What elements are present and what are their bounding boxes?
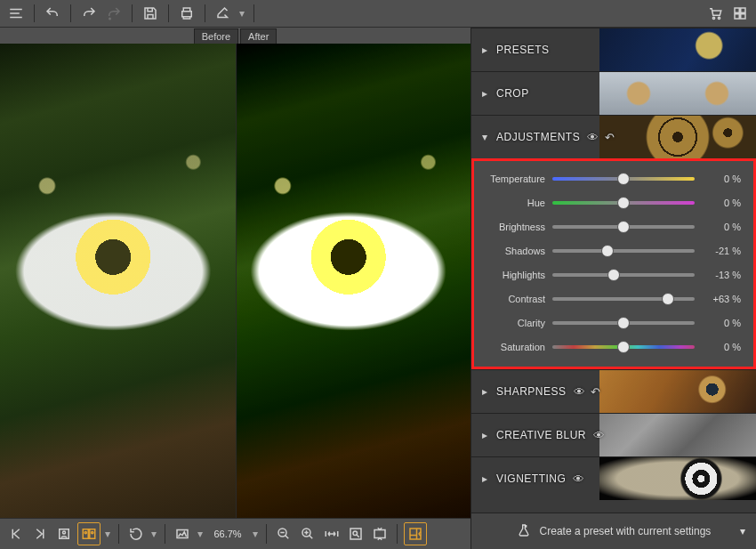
slider-thumb[interactable]	[617, 173, 630, 185]
panel-presets[interactable]: ▸ PRESETS	[471, 28, 756, 71]
first-image-icon[interactable]	[5, 523, 27, 545]
separator	[70, 4, 71, 22]
zoom-out-icon[interactable]	[273, 523, 294, 545]
panel-adjustments[interactable]: ▾ ADJUSTMENTS 👁 ↶	[471, 115, 756, 158]
slider-row: Brightness0 %	[479, 220, 741, 234]
split-divider[interactable]	[236, 44, 237, 518]
panel-title: CROP	[496, 87, 529, 100]
eye-icon[interactable]: 👁	[593, 429, 606, 442]
main-area: Before After ▾ ▾ ▾ 66.7%	[0, 28, 756, 549]
chevron-down-icon[interactable]: ▾	[740, 525, 745, 537]
chevron-right-icon: ▸	[480, 387, 489, 396]
zoom-in-icon[interactable]	[297, 523, 318, 545]
histogram-icon[interactable]	[172, 523, 193, 545]
slider-value[interactable]: 0 %	[702, 318, 741, 328]
before-tab[interactable]: Before	[194, 28, 238, 44]
menu-icon[interactable]	[5, 3, 27, 24]
slider-row: Temperature0 %	[479, 172, 741, 186]
separator	[34, 4, 35, 22]
create-preset-label: Create a preset with current settings	[540, 525, 712, 537]
slider-value[interactable]: 0 %	[702, 222, 741, 232]
app-root: ▾ Before After	[0, 0, 756, 549]
single-view-icon[interactable]	[53, 523, 75, 545]
share-dropdown-icon[interactable]: ▾	[237, 7, 246, 20]
undo-icon[interactable]	[42, 3, 63, 24]
chevron-right-icon: ▸	[480, 474, 489, 483]
panel-crop[interactable]: ▸ CROP	[471, 71, 756, 115]
slider-thumb[interactable]	[607, 269, 620, 281]
slider-thumb[interactable]	[617, 317, 630, 329]
slider-value[interactable]: -21 %	[702, 246, 741, 256]
slider-label: Clarity	[479, 318, 545, 328]
separator	[168, 4, 169, 22]
print-icon[interactable]	[176, 3, 197, 24]
slider-thumb[interactable]	[601, 245, 614, 257]
panel-thumbnail	[599, 370, 756, 413]
redo-icon[interactable]	[78, 3, 100, 24]
separator	[253, 4, 254, 22]
slider-track[interactable]	[552, 321, 695, 325]
slider-row: Contrast+63 %	[479, 292, 741, 306]
navigator-icon[interactable]	[404, 522, 427, 545]
eye-icon[interactable]: 👁	[573, 472, 585, 486]
after-tab[interactable]: After	[240, 28, 277, 44]
slider-row: Highlights-13 %	[479, 268, 741, 282]
view-dropdown-icon[interactable]: ▾	[103, 528, 112, 540]
slider-track[interactable]	[552, 273, 695, 277]
rotate-dropdown-icon[interactable]: ▾	[149, 528, 158, 540]
svg-point-2	[712, 17, 714, 19]
slider-value[interactable]: 0 %	[702, 342, 741, 352]
preview-header: Before After	[0, 28, 470, 44]
save-icon[interactable]	[140, 3, 161, 24]
compare-view-icon[interactable]	[77, 522, 101, 545]
panel-thumbnail	[599, 457, 756, 500]
slider-thumb[interactable]	[617, 221, 630, 233]
actual-size-icon[interactable]	[345, 523, 366, 545]
panel-title: CREATIVE BLUR	[496, 429, 586, 441]
next-image-icon[interactable]	[29, 523, 51, 545]
slider-track[interactable]	[552, 345, 695, 349]
panel-vignetting[interactable]: ▸ VIGNETTING 👁	[471, 456, 756, 500]
panel-title: VIGNETTING	[496, 472, 566, 485]
slider-value[interactable]: +63 %	[702, 294, 741, 304]
fit-width-icon[interactable]	[321, 523, 342, 545]
histogram-dropdown-icon[interactable]: ▾	[196, 528, 205, 540]
grid-view-icon[interactable]	[729, 3, 751, 24]
panel-sharpness[interactable]: ▸ SHARPNESS 👁 ↶	[471, 369, 756, 413]
eye-icon[interactable]: 👁	[574, 385, 586, 399]
slider-value[interactable]: 0 %	[702, 174, 741, 184]
slider-track[interactable]	[552, 249, 695, 253]
panel-title: PRESETS	[496, 44, 550, 56]
slider-track[interactable]	[552, 225, 695, 229]
slider-track[interactable]	[552, 201, 695, 205]
separator	[165, 524, 165, 544]
preview-pane: Before After ▾ ▾ ▾ 66.7%	[0, 28, 470, 549]
slider-thumb[interactable]	[617, 197, 630, 209]
svg-rect-17	[350, 529, 361, 539]
share-icon[interactable]	[213, 3, 234, 24]
reset-icon[interactable]: ↶	[605, 131, 615, 144]
accordion: ▸ PRESETS ▸ CROP ▾ ADJUSTMENTS 👁 ↶	[471, 28, 756, 513]
chevron-right-icon: ▸	[480, 89, 489, 98]
slider-track[interactable]	[552, 297, 695, 301]
slider-track[interactable]	[552, 177, 695, 181]
zoom-dropdown-icon[interactable]: ▾	[251, 528, 260, 540]
slider-label: Temperature	[479, 174, 545, 184]
zoom-readout[interactable]: 66.7%	[207, 529, 248, 539]
slider-thumb[interactable]	[617, 341, 630, 353]
create-preset-button[interactable]: Create a preset with current settings ▾	[471, 513, 756, 549]
svg-rect-7	[741, 14, 745, 19]
panel-creative-blur[interactable]: ▸ CREATIVE BLUR 👁	[471, 413, 756, 456]
slider-value[interactable]: -13 %	[702, 270, 741, 280]
eye-icon[interactable]: 👁	[587, 131, 599, 144]
chevron-right-icon: ▸	[480, 45, 489, 54]
fit-screen-icon[interactable]	[369, 523, 390, 545]
chevron-down-icon: ▾	[480, 133, 489, 141]
reset-icon[interactable]: ↶	[591, 385, 601, 399]
preview-canvas[interactable]	[0, 44, 470, 518]
slider-value[interactable]: 0 %	[702, 198, 741, 208]
slider-thumb[interactable]	[662, 293, 674, 305]
svg-point-12	[84, 531, 86, 533]
cart-icon[interactable]	[704, 3, 726, 24]
rotate-icon[interactable]	[125, 523, 147, 545]
